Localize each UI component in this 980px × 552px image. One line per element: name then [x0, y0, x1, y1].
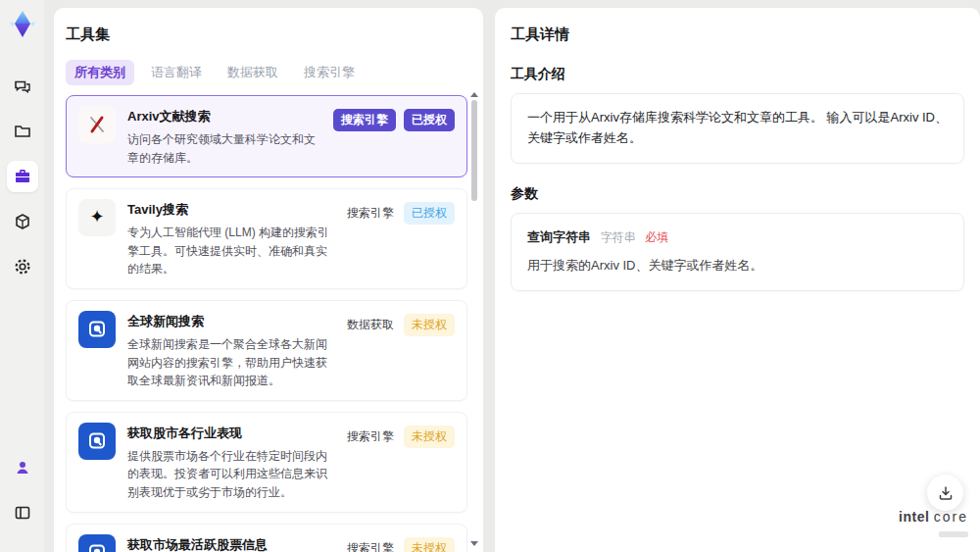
collapse-panel-icon[interactable]: [7, 497, 38, 528]
tool-card[interactable]: 获取股市各行业表现 提供股票市场各个行业在特定时间段内的表现。投资者可以利用这些…: [66, 412, 467, 513]
download-icon: [937, 484, 955, 502]
tool-description: 访问各个研究领域大量科学论文和文章的存储库。: [127, 130, 321, 167]
tool-description: 全球新闻搜索是一个聚合全球各大新闻网站内容的搜索引擎，帮助用户快速获取全球最新资…: [127, 335, 333, 390]
intel-logo-bar: [939, 531, 968, 537]
tool-detail-panel: 工具详情 工具介绍 一个用于从Arxiv存储库搜索科学论文和文章的工具。 输入可…: [495, 8, 980, 552]
cube-icon[interactable]: [7, 206, 38, 237]
intro-text: 一个用于从Arxiv存储库搜索科学论文和文章的工具。 输入可以是Arxiv ID…: [527, 110, 948, 145]
category-badge: 搜索引擎: [345, 202, 396, 225]
stock-blue-icon: [78, 534, 116, 552]
detail-title: 工具详情: [495, 8, 980, 44]
tool-name: 全球新闻搜索: [127, 313, 333, 330]
toolset-panel: 工具集 所有类别语言翻译数据获取搜索引擎 Arxiv文献搜索 访问各个研究领域大…: [54, 8, 483, 552]
folder-icon[interactable]: [7, 116, 38, 147]
tool-card[interactable]: ✦ Tavily搜索 专为人工智能代理 (LLM) 构建的搜索引擎工具。可快速提…: [66, 188, 467, 289]
news-blue-icon: [78, 311, 116, 348]
tool-name: Arxiv文献搜索: [127, 108, 321, 125]
app-logo-icon[interactable]: [6, 8, 39, 41]
category-badge: 数据获取: [345, 314, 396, 336]
params-heading: 参数: [495, 164, 980, 213]
stock-blue-icon: [78, 423, 116, 460]
intro-card: 一个用于从Arxiv存储库搜索科学论文和文章的工具。 输入可以是Arxiv ID…: [511, 93, 964, 164]
category-badge: 搜索引擎: [345, 537, 396, 552]
auth-status-badge: 已授权: [404, 202, 455, 225]
tool-name: 获取股市各行业表现: [127, 425, 333, 442]
tool-card[interactable]: 全球新闻搜索 全球新闻搜索是一个聚合全球各大新闻网站内容的搜索引擎，帮助用户快速…: [66, 300, 467, 401]
toolset-title: 工具集: [54, 8, 483, 44]
scroll-down-icon[interactable]: [470, 541, 478, 546]
param-required-badge: 必填: [645, 230, 668, 244]
download-button[interactable]: [927, 475, 963, 511]
chat-icon[interactable]: [7, 71, 38, 102]
tool-name: 获取市场最活跃股票信息: [127, 536, 333, 552]
arxiv-icon: [78, 106, 116, 143]
tab-3[interactable]: 搜索引擎: [295, 60, 364, 85]
tab-0[interactable]: 所有类别: [66, 60, 134, 85]
user-avatar-icon[interactable]: [7, 452, 38, 483]
auth-status-badge: 已授权: [404, 109, 455, 131]
tool-name: Tavily搜索: [127, 201, 333, 219]
auth-status-badge: 未授权: [404, 314, 455, 336]
param-desc: 用于搜索的Arxiv ID、关键字或作者姓名。: [527, 256, 948, 276]
tool-description: 提供股票市场各个行业在特定时间段内的表现。投资者可以利用这些信息来识别表现优于或…: [127, 447, 333, 502]
tool-card[interactable]: 获取市场最活跃股票信息 提供当天交易量最高的股票列表，投资者可以利用这些信息来识…: [66, 524, 467, 552]
tool-card[interactable]: Arxiv文献搜索 访问各个研究领域大量科学论文和文章的存储库。 搜索引擎 已授…: [66, 95, 467, 177]
intel-wordmark: intel: [899, 509, 929, 525]
param-name: 查询字符串: [527, 229, 591, 244]
scroll-up-icon[interactable]: [470, 92, 478, 97]
toolbox-icon[interactable]: [7, 161, 38, 192]
intro-heading: 工具介绍: [495, 44, 980, 93]
tab-2[interactable]: 数据获取: [219, 60, 287, 85]
tool-list: Arxiv文献搜索 访问各个研究领域大量科学论文和文章的存储库。 搜索引擎 已授…: [54, 95, 483, 552]
scrollbar-thumb[interactable]: [471, 100, 477, 201]
intel-core-logo: intel core: [899, 509, 968, 540]
category-badge: 搜索引擎: [345, 426, 396, 448]
tavily-icon: ✦: [78, 199, 116, 236]
settings-gear-icon[interactable]: [7, 251, 38, 282]
param-type: 字符串: [601, 230, 636, 244]
category-tabs: 所有类别语言翻译数据获取搜索引擎: [54, 44, 483, 95]
core-wordmark: core: [934, 509, 968, 525]
tab-1[interactable]: 语言翻译: [142, 60, 211, 85]
list-scrollbar[interactable]: [470, 92, 478, 546]
auth-status-badge: 未授权: [404, 537, 455, 552]
app-rail: [0, 0, 44, 552]
tool-description: 专为人工智能代理 (LLM) 构建的搜索引擎工具。可快速提供实时、准确和真实的结…: [127, 224, 333, 278]
category-badge: 搜索引擎: [333, 109, 396, 131]
auth-status-badge: 未授权: [404, 426, 455, 448]
param-card: 查询字符串 字符串 必填 用于搜索的Arxiv ID、关键字或作者姓名。: [511, 213, 964, 292]
